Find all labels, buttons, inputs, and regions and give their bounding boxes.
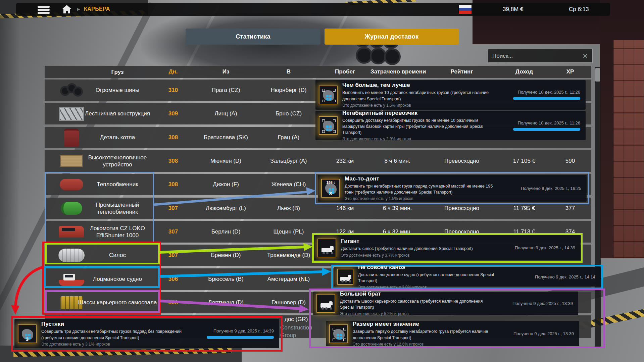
breadcrumb-chevron-icon: ▶ [77,7,80,11]
hazard-stripe [13,348,232,357]
achievement-popup: Не совсем каноэ Доставить лоцманское суд… [334,267,601,287]
partial-company: Construction Group [280,324,317,340]
breadcrumb[interactable]: КАРЬЕРА [84,6,110,12]
map-achievement-icon: 195 t 3 [321,179,340,198]
achievement-icon-label: 3 [18,336,36,342]
achievement-rarity: Это достижение есть у 5.2% игроков [340,311,489,316]
achievement-popup: 3 Пустяки Совершить три доставки негабар… [14,319,279,348]
achievement-popup: Чем больше, тем лучше Выполнить не менее… [315,80,586,110]
clear-search-icon[interactable]: ✕ [582,53,588,59]
red-arrow-curve [15,267,43,306]
progress-bar [513,97,580,100]
achievement-title: Чем больше, тем лучше [342,82,497,89]
achievement-popup: Большой брат Доставить шасси карьерного … [313,292,578,315]
menu-icon[interactable] [38,5,50,15]
tab-statistics-label: Статистика [236,33,270,40]
header-distance[interactable]: Пробег [318,68,372,75]
search-input[interactable]: Поиск... ✕ [488,49,593,63]
achievement-date: Получено 10 дек. 2025 г., 11:26 [518,120,580,125]
achievement-title: Негабаритный перевозчик [342,110,497,116]
achievement-description: Совершить три доставки негабаритных груз… [41,328,190,341]
achievement-description: Совершить доставку негабаритных грузов п… [342,117,497,136]
achievement-title: Мас-то-донт [345,175,498,182]
map-achievement-icon [319,86,338,104]
achievement-date: Получено 9 дек. 2025 г., 16:25 [521,186,581,191]
tab-statistics[interactable]: Статистика [186,29,320,45]
achievement-icon-label: 3 [322,191,339,196]
achievement-description: Доставить шасси карьерного самосвала (тр… [340,298,489,310]
map-achievement-icon: 3 [18,324,37,343]
header-from[interactable]: Из [199,68,253,75]
achievement-date: Получено 9 дек. 2025 г., 14:39 [213,328,274,333]
red-shelving [613,40,644,258]
header-time-spent[interactable]: Затрачено времени [370,68,424,75]
header-to[interactable]: В [262,68,315,75]
achievement-rarity: Это достижение есть у 3.0% игроков [358,285,512,290]
game-screen: ▶ КАРЬЕРА 39,8M € Ср 6:13 Статистика Жур… [0,0,644,362]
achievement-title: Гигант [341,238,492,245]
scrollbar-thumb[interactable] [595,68,600,82]
partial-destination: дос (GR) [285,316,308,323]
achievement-date: Получено 9 дек. 2025 г., 14:39 [515,245,575,250]
achievement-popup: Размер имеет значение Завершить первую д… [326,321,579,346]
achievement-popup: Гигант Доставить силос (требуется наличи… [314,235,581,260]
achievement-rarity: Это достижение есть у 12.6% игроков [353,342,490,347]
progress-bar [207,336,274,339]
russia-flag-icon [458,5,472,14]
map-achievement-icon [329,324,348,343]
achievement-popup: 195 t 3 Мас-то-донт Доставить три негаба… [318,175,587,202]
achievement-rarity: Это достижение есть у 1.5% игроков [342,103,497,108]
achievement-popup: Негабаритный перевозчик Совершить достав… [315,111,586,140]
truck-achievement-icon [317,239,336,257]
achievement-date: Получено 9 дек. 2025 г., 13:39 [513,331,574,336]
truck-achievement-icon [316,294,335,313]
scrollbar-track[interactable] [595,67,601,348]
achievement-description: Доставить лоцманское судно (требуется на… [358,272,512,284]
achievement-title: Не совсем каноэ [358,264,512,271]
achievement-icon-label: 195 t [322,180,339,185]
map-achievement-icon [319,116,338,135]
achievement-rarity: Это достижение есть у 3.1% игроков [41,342,190,347]
table-header: Груз Дн. Из В Пробег Затрачено времени Р… [45,66,591,78]
search-placeholder: Поиск... [492,53,582,59]
tab-delivery-log[interactable]: Журнал доставок [325,29,459,45]
achievement-rarity: Это достижение есть у 3.7% игроков [341,253,492,258]
achievement-description: Выполнить не менее 10 доставок негабарит… [342,90,497,102]
achievement-description: Доставить три негабаритных груза подряд … [345,183,498,195]
red-arrow-head [11,305,19,315]
home-icon[interactable] [62,5,72,14]
money-balance: 39,8M € [503,6,523,13]
achievement-date: Получено 9 дек. 2025 г., 13:39 [512,301,573,306]
top-bar: ▶ КАРЬЕРА 39,8M € Ср 6:13 [16,3,610,16]
achievement-rarity: Это достижение есть у 1.5% игроков [345,196,498,201]
achievement-title: Пустяки [41,321,190,327]
tab-delivery-log-label: Журнал доставок [365,33,419,40]
warehouse-wall-right [600,0,644,258]
achievement-date: Получено 10 дек. 2025 г., 11:26 [518,90,580,95]
header-xp[interactable]: XP [553,68,587,75]
achievement-description: Завершить первую доставку негабаритного … [353,328,490,341]
floor-shadow-left [0,15,20,362]
table-row: Высокотехнологичное устройство308 Мюнхен… [45,150,591,172]
achievement-title: Большой брат [340,291,489,297]
game-time: Ср 6:13 [569,6,589,13]
achievement-title: Размер имеет значение [353,321,490,327]
truck-achievement-icon [337,269,353,285]
achievement-description: Доставить силос (требуется наличие допол… [341,246,492,252]
header-cargo: Груз [77,68,158,75]
header-days[interactable]: Дн. [160,68,187,75]
achievement-date: Получено 9 дек. 2025 г., 14:14 [535,274,595,279]
header-rating[interactable]: Рейтинг [435,68,489,75]
achievement-rarity: Это достижение есть у 2.9% игроков [342,137,497,141]
progress-bar [513,128,580,131]
header-income[interactable]: Доход [497,68,551,75]
